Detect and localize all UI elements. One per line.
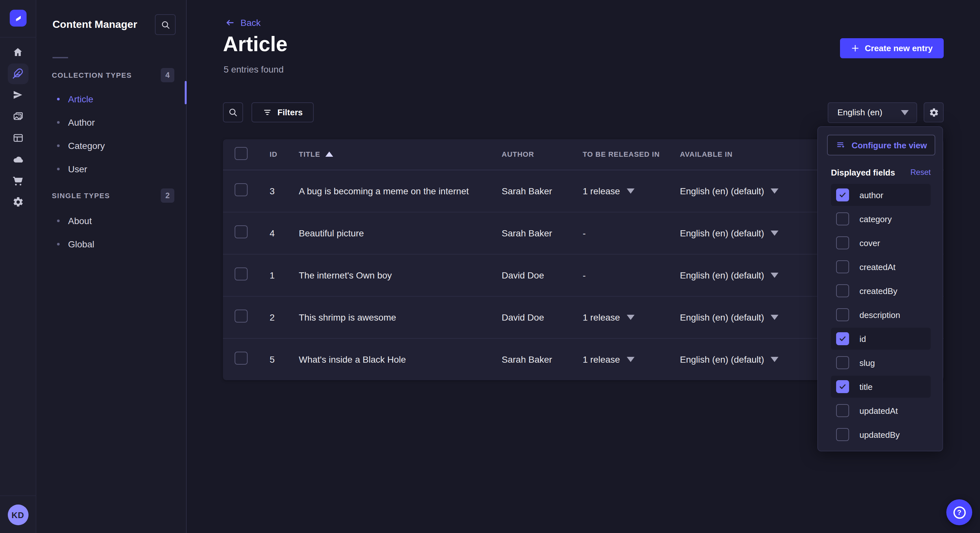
chevron-down-icon (627, 357, 634, 362)
reset-link[interactable]: Reset (910, 168, 931, 177)
filters-button[interactable]: Filters (251, 102, 314, 122)
column-header-id[interactable]: ID (259, 139, 288, 170)
cell-title: The internet's Own boy (288, 254, 491, 296)
check-icon (839, 383, 846, 390)
checkbox-unchecked[interactable] (836, 356, 849, 369)
field-label: updatedAt (859, 406, 898, 416)
cart-icon (12, 174, 24, 186)
field-option-updatedAt[interactable]: updatedAt (831, 400, 931, 422)
row-checkbox[interactable] (235, 183, 248, 196)
rail-item-deploy[interactable] (3, 148, 32, 170)
arrow-left-icon (225, 18, 235, 27)
checkbox-checked[interactable] (836, 189, 849, 201)
field-label: createdAt (859, 262, 896, 272)
subnav-search-button[interactable] (155, 14, 176, 35)
checkbox-unchecked[interactable] (836, 260, 849, 273)
chevron-down-icon (771, 314, 778, 320)
check-icon (839, 335, 846, 343)
table-search-button[interactable] (223, 102, 243, 122)
sidebar-item-label: Article (68, 94, 93, 104)
plus-icon (851, 44, 859, 52)
cell-id: 2 (259, 296, 288, 338)
cell-released[interactable]: 1 release (572, 338, 670, 380)
rail-item-releases[interactable] (3, 84, 32, 106)
field-option-id[interactable]: id (831, 328, 931, 350)
fields-list: author category cover createdAt createdB… (818, 184, 942, 446)
field-label: updatedBy (859, 430, 900, 439)
images-icon (12, 110, 24, 122)
cell-title: A bug is becoming a meme on the internet (288, 170, 491, 212)
rail-item-settings[interactable] (3, 191, 32, 213)
help-button[interactable]: ? (946, 499, 972, 525)
rail-item-home[interactable] (3, 41, 32, 63)
column-header-author[interactable]: AUTHOR (491, 139, 572, 170)
paper-plane-icon (12, 89, 23, 100)
section-single-types: SINGLE TYPES 2 About Global (36, 188, 186, 256)
checkbox-unchecked[interactable] (836, 236, 849, 249)
content-manager-subnav: Content Manager COLLECTION TYPES 4 Artic… (36, 0, 187, 533)
field-option-category[interactable]: category (831, 208, 931, 230)
rail-bottom: KD (0, 495, 36, 533)
available-value: English (en) (default) (680, 354, 764, 365)
gear-icon (12, 196, 24, 208)
row-checkbox[interactable] (235, 309, 248, 322)
back-label: Back (240, 17, 261, 28)
column-header-title[interactable]: TITLE (288, 139, 491, 170)
checkbox-unchecked[interactable] (836, 213, 849, 225)
select-all-checkbox[interactable] (235, 148, 248, 160)
row-checkbox[interactable] (235, 225, 248, 238)
cell-id: 1 (259, 254, 288, 296)
list-toolbar: Filters English (en) (223, 102, 944, 122)
row-checkbox[interactable] (235, 268, 248, 281)
checkbox-unchecked[interactable] (836, 428, 849, 441)
field-option-title[interactable]: title (831, 376, 931, 398)
rail-item-marketplace[interactable] (3, 170, 32, 191)
view-settings-gear-button[interactable] (924, 102, 944, 122)
row-checkbox[interactable] (235, 352, 248, 365)
sort-asc-icon (325, 152, 333, 157)
cell-id: 4 (259, 212, 288, 254)
cell-id: 5 (259, 338, 288, 380)
create-new-entry-button[interactable]: Create new entry (840, 38, 944, 58)
home-icon (12, 47, 23, 58)
released-value: 1 release (583, 186, 620, 196)
column-header-released[interactable]: TO BE RELEASED IN (572, 139, 670, 170)
user-avatar[interactable]: KD (8, 504, 28, 525)
rail-item-content-manager[interactable] (3, 63, 32, 84)
view-settings-popover: Configure the view Displayed fields Rese… (817, 126, 943, 451)
sidebar-item-global[interactable]: Global (36, 233, 186, 256)
rail-item-media-library[interactable] (3, 106, 32, 127)
strapi-logo[interactable] (10, 10, 26, 27)
field-option-createdBy[interactable]: createdBy (831, 280, 931, 302)
sidebar-item-article[interactable]: Article (36, 87, 186, 111)
checkbox-unchecked[interactable] (836, 284, 849, 297)
locale-select[interactable]: English (en) (828, 102, 917, 123)
check-icon (839, 191, 846, 199)
checkbox-unchecked[interactable] (836, 404, 849, 417)
configure-view-button[interactable]: Configure the view (827, 135, 935, 155)
released-value: - (583, 228, 585, 238)
field-option-description[interactable]: description (831, 304, 931, 326)
sidebar-item-author[interactable]: Author (36, 111, 186, 134)
strapi-logo-icon (13, 13, 23, 23)
checkbox-checked[interactable] (836, 332, 849, 345)
checkbox-unchecked[interactable] (836, 308, 849, 321)
field-option-author[interactable]: author (831, 184, 931, 206)
field-option-slug[interactable]: slug (831, 352, 931, 374)
field-option-updatedBy[interactable]: updatedBy (831, 424, 931, 446)
available-value: English (en) (default) (680, 186, 764, 196)
field-option-createdAt[interactable]: createdAt (831, 256, 931, 278)
section-count-badge: 2 (161, 189, 174, 203)
cell-released[interactable]: 1 release (572, 170, 670, 212)
checkbox-checked[interactable] (836, 380, 849, 393)
sidebar-item-user[interactable]: User (36, 157, 186, 181)
available-value: English (en) (default) (680, 228, 764, 238)
rail-item-content-type-builder[interactable] (3, 127, 32, 148)
sidebar-item-about[interactable]: About (36, 209, 186, 233)
sidebar-item-label: Global (68, 239, 94, 249)
section-label: COLLECTION TYPES (52, 71, 132, 79)
cell-released[interactable]: 1 release (572, 296, 670, 338)
field-option-cover[interactable]: cover (831, 232, 931, 254)
sidebar-item-category[interactable]: Category (36, 134, 186, 157)
back-link[interactable]: Back (225, 17, 261, 28)
